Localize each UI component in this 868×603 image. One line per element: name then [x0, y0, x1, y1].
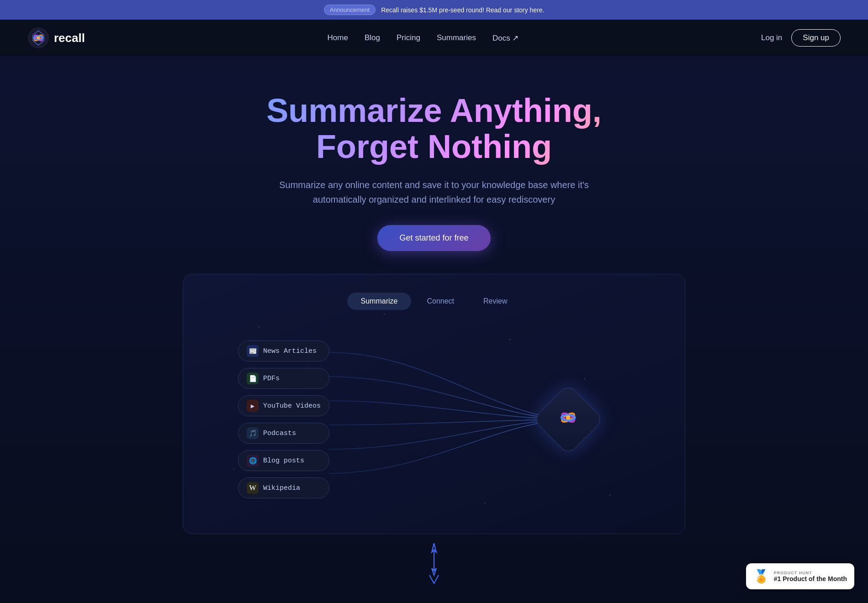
- tab-summarize[interactable]: Summarize: [347, 293, 412, 310]
- pill-podcast: 🎵 Podcasts: [238, 423, 329, 444]
- youtube-icon: ▶: [247, 400, 259, 412]
- pill-wikipedia-label: Wikipedia: [263, 484, 300, 492]
- pill-pdf-label: PDFs: [263, 375, 280, 383]
- announcement-bar: Announcement Recall raises $1.5M pre-see…: [0, 0, 868, 20]
- nav-actions: Log in Sign up: [761, 29, 841, 47]
- nav-pricing[interactable]: Pricing: [397, 33, 420, 42]
- pill-pdf: 📄 PDFs: [238, 368, 329, 389]
- pdf-icon: 📄: [247, 372, 259, 384]
- demo-container: Summarize Connect Review: [183, 274, 685, 534]
- ph-label: PRODUCT HUNT: [774, 571, 847, 575]
- product-hunt-badge[interactable]: 🏅 PRODUCT HUNT #1 Product of the Month: [746, 563, 854, 589]
- wiki-icon: W: [247, 482, 259, 494]
- down-arrow-icon: [427, 543, 441, 584]
- ph-medal-icon: 🏅: [753, 569, 769, 584]
- announcement-text[interactable]: Recall raises $1.5M pre-seed round! Read…: [381, 6, 544, 14]
- diamond-shape: [533, 384, 604, 456]
- pill-wikipedia: W Wikipedia: [238, 477, 329, 498]
- nav-blog[interactable]: Blog: [365, 33, 380, 42]
- navbar: recall Home Blog Pricing Summaries Docs …: [0, 20, 868, 56]
- diamond-inner: [555, 404, 582, 435]
- cta-button[interactable]: Get started for free: [377, 225, 490, 251]
- nav-summaries[interactable]: Summaries: [437, 33, 476, 42]
- hero-section: Summarize Anything, Forget Nothing Summa…: [0, 56, 868, 603]
- ph-title: #1 Product of the Month: [774, 575, 847, 582]
- pill-youtube: ▶ YouTube Videos: [238, 395, 329, 416]
- logo-link[interactable]: recall: [27, 27, 85, 49]
- logo-text: recall: [54, 31, 85, 45]
- pill-blog: 🌐 Blog posts: [238, 450, 329, 471]
- pill-podcast-label: Podcasts: [263, 430, 296, 437]
- pill-news-label: News Articles: [263, 347, 317, 355]
- pill-youtube-label: YouTube Videos: [263, 402, 321, 410]
- announcement-badge: Announcement: [324, 5, 376, 15]
- arrow-section: [9, 534, 859, 603]
- hero-subtitle: Summarize any online content and save it…: [274, 178, 594, 207]
- ph-text: PRODUCT HUNT #1 Product of the Month: [774, 571, 847, 582]
- podcast-icon: 🎵: [247, 427, 259, 439]
- tab-connect[interactable]: Connect: [413, 293, 468, 310]
- logo-icon: [27, 27, 49, 49]
- central-logo: [543, 394, 593, 445]
- pills-column: 📰 News Articles 📄 PDFs ▶ YouTube Videos …: [238, 341, 329, 498]
- news-icon: 📰: [247, 345, 259, 357]
- signup-button[interactable]: Sign up: [791, 29, 841, 47]
- nav-docs[interactable]: Docs ↗: [492, 34, 519, 42]
- svg-point-4: [37, 37, 40, 40]
- tab-review[interactable]: Review: [470, 293, 521, 310]
- demo-tabs: Summarize Connect Review: [201, 293, 667, 310]
- login-button[interactable]: Log in: [761, 33, 782, 42]
- blog-icon: 🌐: [247, 455, 259, 467]
- pill-news: 📰 News Articles: [238, 341, 329, 362]
- diagram-area: 📰 News Articles 📄 PDFs ▶ YouTube Videos …: [201, 333, 667, 506]
- pill-blog-label: Blog posts: [263, 457, 304, 465]
- nav-links: Home Blog Pricing Summaries Docs ↗: [328, 33, 519, 43]
- hero-title: Summarize Anything, Forget Nothing: [228, 93, 640, 165]
- nav-home[interactable]: Home: [328, 33, 348, 42]
